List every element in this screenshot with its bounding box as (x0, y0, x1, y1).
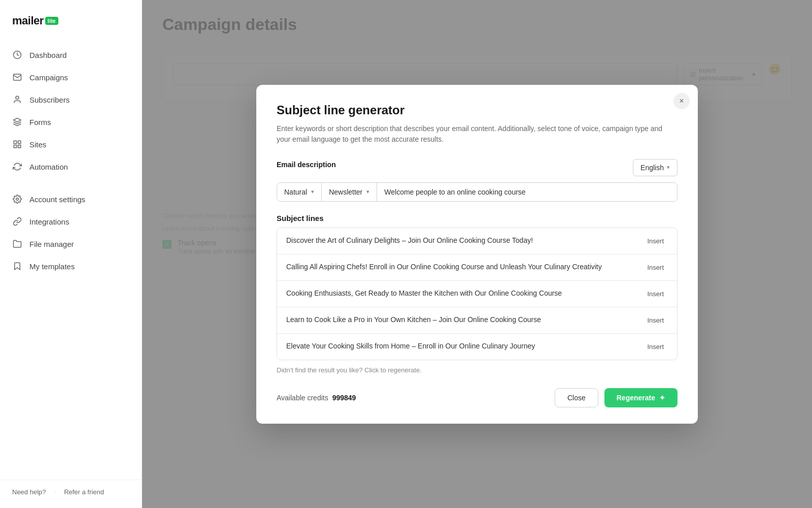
modal-title: Subject line generator (277, 103, 678, 117)
subject-line-text-3: Learn to Cook Like a Pro in Your Own Kit… (286, 315, 635, 325)
email-desc-header: Email description English ▾ (277, 159, 678, 176)
subject-line-item-0: Discover the Art of Culinary Delights – … (277, 228, 677, 255)
subject-line-text-0: Discover the Art of Culinary Delights – … (286, 236, 635, 246)
svg-rect-4 (18, 141, 21, 143)
subject-lines-label: Subject lines (277, 214, 678, 223)
mail-icon (12, 72, 22, 82)
sidebar-item-my-templates-label: My templates (29, 262, 75, 271)
bookmark-icon (12, 261, 22, 271)
refresh-icon (12, 162, 22, 172)
insert-button-0[interactable]: Insert (643, 235, 668, 247)
sidebar-item-file-manager-label: File manager (29, 240, 74, 248)
modal-close-button[interactable]: × (673, 93, 690, 109)
sidebar-item-automation[interactable]: Automation (0, 155, 142, 178)
app-name: mailer (12, 14, 44, 27)
svg-rect-3 (14, 141, 16, 143)
sidebar-item-integrations-label: Integrations (29, 217, 69, 226)
app-badge: lite (45, 17, 58, 25)
type-dropdown[interactable]: Newsletter ▾ (322, 183, 377, 201)
gear-icon (12, 194, 22, 204)
subject-line-text-4: Elevate Your Cooking Skills from Home – … (286, 341, 635, 352)
sidebar-item-sites[interactable]: Sites (0, 133, 142, 155)
regenerate-icon: ✦ (659, 394, 665, 402)
subject-line-item-2: Cooking Enthusiasts, Get Ready to Master… (277, 281, 677, 307)
footer-buttons: Close Regenerate ✦ (555, 388, 678, 407)
subject-line-text-2: Cooking Enthusiasts, Get Ready to Master… (286, 289, 635, 299)
subject-line-item-3: Learn to Cook Like a Pro in Your Own Kit… (277, 307, 677, 334)
modal-footer: Available credits 999849 Close Regenerat… (277, 388, 678, 407)
link-icon (12, 216, 22, 227)
svg-point-7 (16, 198, 19, 201)
refer-link[interactable]: Refer a friend (64, 488, 104, 496)
close-button[interactable]: Close (555, 388, 598, 407)
sidebar-item-sites-label: Sites (29, 140, 46, 149)
email-description-input[interactable] (377, 183, 677, 201)
tone-dropdown[interactable]: Natural ▾ (277, 183, 322, 201)
insert-button-4[interactable]: Insert (643, 341, 668, 353)
layers-icon (12, 117, 22, 127)
insert-button-1[interactable]: Insert (643, 262, 668, 273)
tone-chevron: ▾ (311, 188, 314, 195)
type-chevron: ▾ (366, 188, 369, 195)
sidebar-item-subscribers[interactable]: Subscribers (0, 88, 142, 111)
email-desc-label: Email description (277, 161, 336, 169)
modal-description: Enter keywords or short description that… (277, 123, 678, 145)
svg-rect-6 (14, 145, 16, 148)
sidebar-item-campaigns-label: Campaigns (29, 73, 68, 82)
grid-icon (12, 139, 22, 149)
type-selected: Newsletter (329, 188, 362, 196)
sidebar-item-integrations[interactable]: Integrations (0, 210, 142, 233)
sidebar-item-forms-label: Forms (29, 118, 51, 126)
svg-rect-5 (18, 145, 21, 148)
help-link[interactable]: Need help? (12, 488, 46, 496)
svg-marker-2 (14, 118, 21, 122)
sidebar-item-subscribers-label: Subscribers (29, 96, 70, 104)
person-icon (12, 94, 22, 105)
folder-icon (12, 239, 22, 249)
language-chevron: ▾ (667, 164, 670, 171)
credits-label: Available credits (277, 394, 328, 402)
subject-line-text-1: Calling All Aspiring Chefs! Enroll in Ou… (286, 262, 635, 272)
regenerate-button[interactable]: Regenerate ✦ (604, 388, 678, 407)
sidebar-item-account-settings[interactable]: Account settings (0, 188, 142, 210)
main-content: Campaign details Insert personalization … (142, 0, 812, 508)
sidebar-bottom: Need help? · Refer a friend (0, 480, 142, 508)
sidebar-item-automation-label: Automation (29, 163, 68, 171)
sidebar-nav: Dashboard Campaigns Subscribers Forms (0, 40, 142, 480)
language-selected: English (640, 164, 664, 172)
subject-lines-list: Discover the Art of Culinary Delights – … (277, 228, 678, 360)
subject-line-generator-modal: × Subject line generator Enter keywords … (256, 85, 698, 424)
insert-button-2[interactable]: Insert (643, 288, 668, 300)
sidebar-item-campaigns[interactable]: Campaigns (0, 66, 142, 88)
logo: mailerlite (0, 0, 142, 40)
svg-point-1 (16, 96, 19, 99)
subject-line-item-4: Elevate Your Cooking Skills from Home – … (277, 334, 677, 360)
sidebar-item-forms[interactable]: Forms (0, 111, 142, 133)
sidebar: mailerlite Dashboard Campaigns Subscribe… (0, 0, 142, 508)
credits-value: 999849 (332, 394, 356, 402)
insert-button-3[interactable]: Insert (643, 314, 668, 326)
regenerate-label: Regenerate (617, 394, 655, 402)
sidebar-item-dashboard[interactable]: Dashboard (0, 44, 142, 66)
subject-line-item-1: Calling All Aspiring Chefs! Enroll in Ou… (277, 255, 677, 281)
sidebar-item-dashboard-label: Dashboard (29, 51, 66, 59)
sidebar-item-account-settings-label: Account settings (29, 195, 85, 204)
regenerate-hint: Didn't find the result you like? Click t… (277, 366, 678, 374)
modal-overlay: × Subject line generator Enter keywords … (142, 0, 812, 508)
email-description-inputs: Natural ▾ Newsletter ▾ (277, 182, 678, 202)
sidebar-item-file-manager[interactable]: File manager (0, 233, 142, 255)
credits-info: Available credits 999849 (277, 394, 356, 402)
sidebar-item-my-templates[interactable]: My templates (0, 255, 142, 277)
clock-icon (12, 50, 22, 60)
tone-selected: Natural (284, 188, 307, 196)
language-dropdown[interactable]: English ▾ (633, 159, 678, 176)
